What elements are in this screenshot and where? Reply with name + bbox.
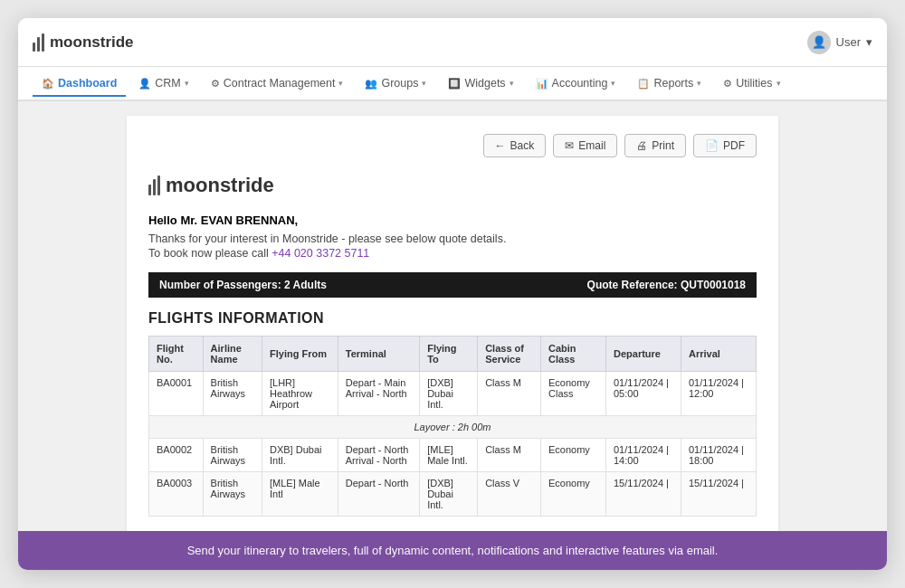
dashboard-icon: 🏠 [42, 78, 54, 90]
groups-arrow-icon: ▾ [422, 79, 426, 88]
cell-arrival: 15/11/2024 | [681, 472, 756, 517]
cell-to: [DXB] Dubai Intl. [420, 472, 478, 517]
logo-text: moonstride [50, 33, 134, 52]
col-terminal: Terminal [338, 337, 419, 372]
accounting-icon: 📊 [536, 78, 548, 90]
flights-table: Flight No. Airline Name Flying From Term… [148, 336, 757, 517]
col-flying-to: Flying To [420, 337, 478, 372]
cell-airline: British Airways [203, 439, 262, 472]
reports-arrow-icon: ▾ [697, 79, 701, 88]
widgets-arrow-icon: ▾ [510, 79, 514, 88]
cell-arrival: 01/11/2024 | 12:00 [681, 372, 756, 416]
col-cabin: Cabin Class [541, 337, 606, 372]
back-label: Back [510, 139, 535, 152]
nav-menu: 🏠 Dashboard 👤 CRM ▾ ⚙ Contract Managemen… [18, 67, 887, 101]
pdf-button[interactable]: 📄 PDF [693, 134, 757, 157]
accounting-arrow-icon: ▾ [611, 79, 615, 88]
cell-from: [MLE] Male Intl [262, 472, 338, 517]
col-flying-from: Flying From [262, 337, 338, 372]
cell-class-service: Class V [478, 472, 541, 517]
cell-class-service: Class M [478, 372, 541, 416]
cell-terminal: Depart - Main Arrival - North [338, 372, 419, 416]
table-row: BA0002 British Airways DXB] Dubai Intl. … [149, 439, 757, 472]
user-menu[interactable]: 👤 User ▾ [807, 31, 872, 54]
flights-section-title: FLIGHTS INFORMATION [148, 310, 757, 327]
nav-item-dashboard[interactable]: 🏠 Dashboard [33, 71, 126, 97]
nav-item-groups[interactable]: 👥 Groups ▾ [356, 71, 435, 97]
pdf-label: PDF [723, 139, 745, 152]
cell-departure: 01/11/2024 | 05:00 [606, 372, 681, 416]
banner-text: Send your itinerary to travelers, full o… [187, 544, 719, 557]
phone-link[interactable]: +44 020 3372 5711 [272, 247, 369, 260]
nav-label-reports: Reports [653, 77, 693, 90]
logo: moonstride [33, 33, 134, 52]
cell-flight-no: BA0001 [149, 372, 204, 416]
col-flight-no: Flight No. [149, 337, 204, 372]
print-label: Print [652, 139, 674, 152]
nav-item-contract-management[interactable]: ⚙ Contract Management ▾ [202, 71, 353, 97]
print-button[interactable]: 🖨 Print [624, 134, 686, 157]
layover-text: Layover : 2h 00m [149, 416, 757, 439]
greeting: Hello Mr. EVAN BRENNAN, [148, 213, 757, 227]
groups-icon: 👥 [365, 78, 377, 90]
crm-icon: 👤 [138, 78, 151, 90]
passengers-info: Number of Passengers: 2 Adults [159, 279, 327, 291]
table-row: BA0003 British Airways [MLE] Male Intl D… [149, 472, 757, 517]
email-button[interactable]: ✉ Email [553, 134, 617, 157]
cell-cabin: Economy [541, 472, 606, 517]
col-departure: Departure [606, 337, 681, 372]
user-label: User [836, 35, 861, 49]
print-icon: 🖨 [636, 139, 647, 152]
crm-arrow-icon: ▾ [185, 79, 189, 88]
user-avatar: 👤 [807, 31, 831, 54]
doc-logo-icon [148, 175, 160, 195]
layover-row: Layover : 2h 00m [149, 416, 757, 439]
back-button[interactable]: ← Back [483, 134, 547, 157]
nav-label-utilities: Utilities [736, 77, 772, 90]
info-bar: Number of Passengers: 2 Adults Quote Ref… [148, 272, 757, 298]
logo-icon [33, 33, 44, 52]
user-dropdown-arrow: ▾ [866, 35, 872, 49]
bottom-banner: Send your itinerary to travelers, full o… [18, 531, 887, 570]
nav-label-crm: CRM [155, 77, 180, 90]
cell-cabin: Economy [541, 439, 606, 472]
col-airline: Airline Name [203, 337, 262, 372]
thanks-text: Thanks for your interest in Moonstride -… [148, 232, 757, 245]
nav-label-widgets: Widgets [464, 77, 505, 90]
nav-label-groups: Groups [381, 77, 418, 90]
document-logo: moonstride [148, 174, 757, 197]
nav-item-widgets[interactable]: 🔲 Widgets ▾ [439, 71, 522, 97]
cell-departure: 15/11/2024 | [606, 472, 681, 517]
cell-airline: British Airways [203, 472, 262, 517]
cell-cabin: Economy Class [541, 372, 606, 416]
contract-icon: ⚙ [211, 78, 220, 90]
book-text: To book now please call +44 020 3372 571… [148, 247, 757, 260]
cell-class-service: Class M [478, 439, 541, 472]
cell-terminal: Depart - North [338, 472, 419, 517]
main-window: moonstride 👤 User ▾ 🏠 Dashboard 👤 CRM ▾ … [18, 18, 887, 570]
cell-to: [DXB] Dubai Intl. [420, 372, 478, 416]
cell-from: DXB] Dubai Intl. [262, 439, 338, 472]
nav-item-accounting[interactable]: 📊 Accounting ▾ [527, 71, 625, 97]
doc-logo-text: moonstride [166, 174, 274, 197]
nav-item-reports[interactable]: 📋 Reports ▾ [628, 71, 710, 97]
main-content: ← Back ✉ Email 🖨 Print 📄 PDF [18, 101, 887, 531]
cell-flight-no: BA0002 [149, 439, 204, 472]
quote-ref: Quote Reference: QUT0001018 [587, 279, 746, 291]
nav-item-crm[interactable]: 👤 CRM ▾ [129, 71, 197, 97]
email-icon: ✉ [565, 139, 574, 152]
col-arrival: Arrival [681, 337, 756, 372]
col-class-service: Class of Service [478, 337, 541, 372]
table-header-row: Flight No. Airline Name Flying From Term… [149, 337, 757, 372]
nav-item-utilities[interactable]: ⚙ Utilities ▾ [714, 71, 789, 97]
utilities-icon: ⚙ [723, 78, 732, 90]
cell-departure: 01/11/2024 | 14:00 [606, 439, 681, 472]
email-label: Email [578, 139, 605, 152]
cell-flight-no: BA0003 [149, 472, 204, 517]
cell-terminal: Depart - North Arrival - North [338, 439, 419, 472]
nav-label-contract: Contract Management [224, 77, 336, 90]
pdf-icon: 📄 [705, 139, 719, 152]
document-container: ← Back ✉ Email 🖨 Print 📄 PDF [127, 116, 778, 531]
cell-airline: British Airways [203, 372, 262, 416]
widgets-icon: 🔲 [448, 78, 461, 90]
